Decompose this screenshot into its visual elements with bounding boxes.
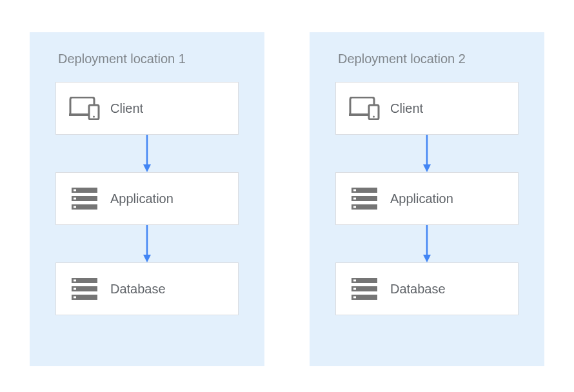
svg-point-1 bbox=[93, 116, 95, 118]
svg-rect-16 bbox=[74, 288, 76, 290]
database-label: Database bbox=[390, 282, 446, 297]
svg-rect-34 bbox=[353, 288, 356, 290]
svg-rect-9 bbox=[74, 206, 76, 208]
devices-icon bbox=[69, 95, 100, 121]
database-node: Database bbox=[335, 262, 519, 315]
client-node: Client bbox=[55, 82, 239, 135]
svg-marker-3 bbox=[143, 164, 151, 172]
database-node: Database bbox=[55, 262, 239, 315]
svg-rect-33 bbox=[353, 280, 356, 282]
svg-rect-17 bbox=[74, 297, 76, 299]
arrow-down-icon bbox=[146, 135, 148, 172]
server-icon bbox=[349, 186, 380, 211]
location-2-title: Deployment location 2 bbox=[338, 52, 466, 66]
arrow-down-icon bbox=[426, 225, 428, 262]
devices-icon bbox=[349, 95, 380, 121]
application-label: Application bbox=[390, 191, 453, 206]
svg-rect-7 bbox=[74, 190, 76, 191]
svg-rect-27 bbox=[353, 206, 356, 208]
application-node: Application bbox=[335, 172, 519, 225]
svg-rect-25 bbox=[353, 190, 356, 191]
client-node: Client bbox=[335, 82, 519, 135]
svg-rect-35 bbox=[353, 297, 356, 299]
svg-marker-29 bbox=[423, 255, 431, 262]
client-label: Client bbox=[390, 101, 423, 116]
svg-rect-26 bbox=[353, 198, 356, 200]
application-node: Application bbox=[55, 172, 239, 225]
svg-marker-21 bbox=[423, 164, 431, 172]
location-1-title: Deployment location 1 bbox=[58, 52, 186, 66]
server-icon bbox=[69, 186, 100, 211]
database-label: Database bbox=[110, 282, 166, 297]
arrow-down-icon bbox=[426, 135, 428, 172]
deployment-location-1: Deployment location 1 Client bbox=[30, 32, 264, 366]
svg-marker-11 bbox=[143, 255, 151, 262]
svg-rect-15 bbox=[74, 280, 76, 282]
deployment-location-2: Deployment location 2 Client bbox=[310, 32, 544, 366]
server-icon bbox=[69, 276, 100, 302]
application-label: Application bbox=[110, 191, 173, 206]
client-label: Client bbox=[110, 101, 143, 116]
server-icon bbox=[349, 276, 380, 302]
arrow-down-icon bbox=[146, 225, 148, 262]
svg-rect-8 bbox=[74, 198, 76, 200]
svg-point-19 bbox=[373, 116, 375, 118]
